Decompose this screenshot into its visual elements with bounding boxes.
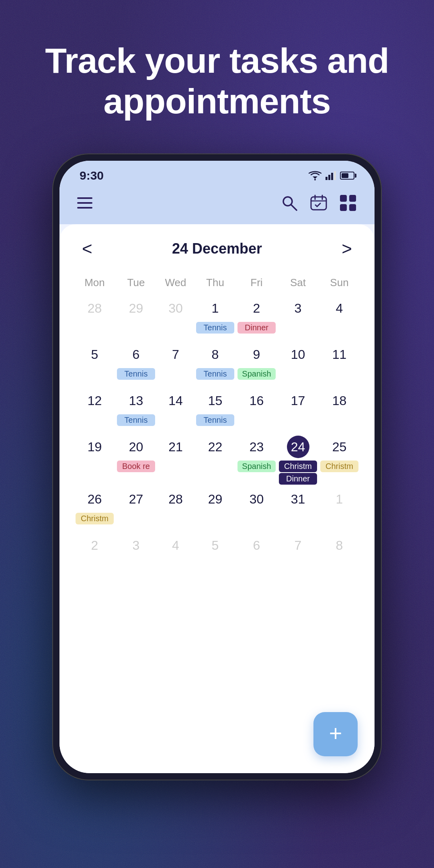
svg-point-1	[314, 179, 316, 180]
day-number: 23	[246, 436, 268, 458]
day-cell[interactable]: 16	[236, 388, 277, 434]
day-number: 17	[287, 389, 309, 412]
hero-title: Track your tasks and appointments	[0, 0, 434, 145]
event-chip[interactable]: Tennis	[196, 414, 234, 426]
day-cell[interactable]: 23Spanish	[236, 434, 277, 486]
grid-view-icon[interactable]	[339, 194, 357, 212]
svg-marker-0	[313, 176, 317, 179]
phone-screen: 9:30	[59, 161, 375, 773]
next-month-button[interactable]: >	[338, 239, 356, 259]
svg-rect-4	[331, 173, 333, 180]
prev-month-button[interactable]: <	[78, 239, 96, 259]
day-header: Tue	[115, 273, 157, 295]
event-chip[interactable]: Spanish	[237, 368, 276, 380]
day-cell[interactable]: 14	[157, 388, 194, 434]
day-number: 28	[84, 297, 106, 319]
day-number: 14	[164, 389, 187, 412]
day-number: 30	[164, 297, 187, 319]
day-cell[interactable]: 2Dinner	[236, 295, 277, 342]
day-cell[interactable]: 9Spanish	[236, 342, 277, 388]
hamburger-menu-icon[interactable]	[77, 197, 92, 209]
event-chip[interactable]: Christm	[76, 513, 114, 524]
day-cell[interactable]: 18	[319, 388, 360, 434]
day-cell[interactable]: 12	[74, 388, 115, 434]
day-number: 10	[287, 343, 309, 366]
day-number: 3	[287, 297, 309, 319]
signal-icon	[326, 171, 336, 180]
svg-rect-14	[340, 204, 347, 211]
status-time: 9:30	[80, 169, 104, 182]
svg-rect-13	[349, 195, 356, 202]
event-chip[interactable]: Tennis	[196, 322, 234, 334]
day-cell[interactable]: 11	[319, 342, 360, 388]
search-icon[interactable]	[280, 194, 298, 212]
day-cell[interactable]: 5	[194, 532, 236, 579]
day-cell[interactable]: 21	[157, 434, 194, 486]
day-header: Thu	[194, 273, 236, 295]
calendar-month-title: 24 December	[172, 240, 262, 257]
event-chip[interactable]: Christm	[279, 461, 317, 472]
phone-frame: 9:30	[52, 154, 382, 780]
day-cell[interactable]: 10	[277, 342, 319, 388]
event-chip[interactable]: Dinner	[279, 473, 317, 485]
task-calendar-icon[interactable]	[309, 194, 328, 212]
event-chip[interactable]: Tennis	[196, 368, 234, 380]
day-cell[interactable]: 3	[115, 532, 157, 579]
wifi-icon	[309, 171, 321, 180]
day-cell[interactable]: 1Tennis	[194, 295, 236, 342]
day-cell[interactable]: 30	[236, 486, 277, 532]
day-cell[interactable]: 25Christm	[319, 434, 360, 486]
day-cell[interactable]: 4	[319, 295, 360, 342]
day-cell[interactable]: 17	[277, 388, 319, 434]
calendar-container: < 24 December > MonTueWedThuFriSatSun282…	[59, 224, 375, 773]
header-right-icons	[280, 194, 357, 212]
day-cell[interactable]: 22	[194, 434, 236, 486]
day-cell[interactable]: 15Tennis	[194, 388, 236, 434]
event-chip[interactable]: Tennis	[117, 368, 155, 380]
event-chip[interactable]: Book re	[117, 461, 155, 472]
day-cell[interactable]: 19	[74, 434, 115, 486]
day-cell[interactable]: 7	[277, 532, 319, 579]
day-cell[interactable]: 30	[157, 295, 194, 342]
day-number: 22	[204, 436, 227, 458]
svg-rect-12	[340, 195, 347, 202]
day-cell[interactable]: 6Tennis	[115, 342, 157, 388]
day-number: 7	[164, 343, 187, 366]
day-number: 30	[246, 488, 268, 510]
day-number: 2	[246, 297, 268, 319]
day-cell[interactable]: 1	[319, 486, 360, 532]
day-cell[interactable]: 4	[157, 532, 194, 579]
svg-rect-3	[328, 175, 330, 180]
day-cell[interactable]: 13Tennis	[115, 388, 157, 434]
day-cell[interactable]: 20Book re	[115, 434, 157, 486]
day-number: 12	[84, 389, 106, 412]
day-cell[interactable]: 8	[319, 532, 360, 579]
event-chip[interactable]: Tennis	[117, 414, 155, 426]
calendar-header: < 24 December >	[74, 239, 360, 259]
add-event-fab[interactable]: +	[313, 712, 358, 756]
day-cell[interactable]: 28	[157, 486, 194, 532]
day-number: 1	[204, 297, 227, 319]
day-cell[interactable]: 6	[236, 532, 277, 579]
day-number: 8	[328, 534, 351, 557]
day-cell[interactable]: 24ChristmDinner	[277, 434, 319, 486]
event-chip[interactable]: Spanish	[237, 461, 276, 472]
day-cell[interactable]: 8Tennis	[194, 342, 236, 388]
day-cell[interactable]: 29	[115, 295, 157, 342]
day-cell[interactable]: 27	[115, 486, 157, 532]
day-cell[interactable]: 2	[74, 532, 115, 579]
day-number: 27	[125, 488, 147, 510]
day-cell[interactable]: 28	[74, 295, 115, 342]
day-cell[interactable]: 5	[74, 342, 115, 388]
svg-point-6	[283, 197, 292, 206]
svg-line-7	[291, 205, 297, 210]
day-cell[interactable]: 31	[277, 486, 319, 532]
event-chip[interactable]: Dinner	[237, 322, 276, 334]
day-number: 11	[328, 343, 351, 366]
day-cell[interactable]: 29	[194, 486, 236, 532]
day-cell[interactable]: 26Christm	[74, 486, 115, 532]
day-cell[interactable]: 7	[157, 342, 194, 388]
day-cell[interactable]: 3	[277, 295, 319, 342]
event-chip[interactable]: Christm	[320, 461, 358, 472]
day-number: 5	[84, 343, 106, 366]
